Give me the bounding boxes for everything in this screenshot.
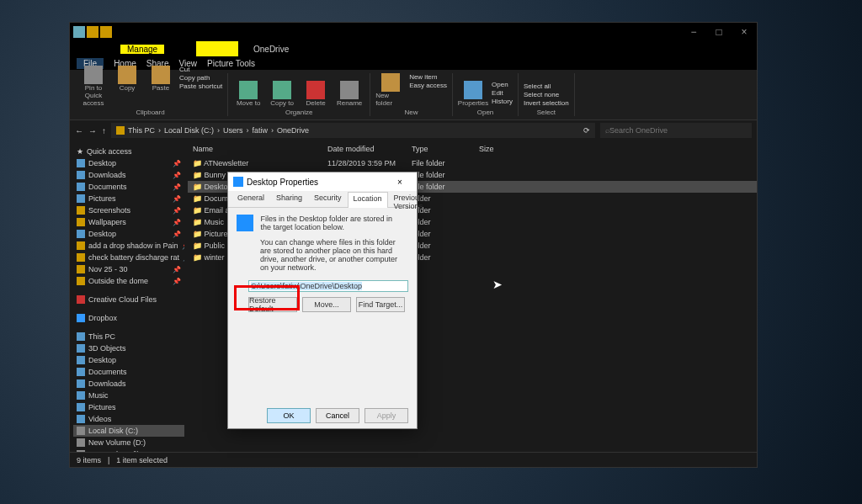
sidebar-item[interactable]: Screenshots📌 (73, 204, 184, 216)
history-button[interactable]: History (492, 98, 513, 105)
cancel-button[interactable]: Cancel (316, 408, 359, 423)
sidebar-item[interactable]: Pictures (73, 401, 184, 413)
easy-access-button[interactable]: Easy access (409, 82, 447, 89)
paste-button[interactable]: Paste (146, 66, 176, 107)
folder-icon (100, 26, 112, 38)
invert-selection-button[interactable]: Invert selection (524, 99, 569, 107)
sidebar-item[interactable]: Nov 25 - 30📌 (73, 263, 184, 275)
move-to-button[interactable]: Move to (233, 81, 263, 107)
folder-icon (233, 177, 243, 187)
paste-shortcut-button[interactable]: Paste shortcut (179, 82, 222, 90)
apply-button[interactable]: Apply (364, 408, 408, 423)
status-selected: 1 item selected (116, 456, 168, 464)
delete-button[interactable]: Delete (301, 81, 331, 107)
dialog-tab[interactable]: General (231, 191, 270, 207)
sidebar-item[interactable]: Documents (73, 366, 184, 378)
folder-icon (116, 126, 125, 135)
properties-button[interactable]: Properties (458, 81, 488, 107)
sidebar: ★Quick access Desktop📌Downloads📌Document… (70, 141, 188, 452)
minimize-button[interactable]: − (681, 23, 706, 41)
sidebar-quick-access[interactable]: ★Quick access (73, 146, 184, 157)
col-type[interactable]: Type (407, 145, 474, 153)
move-button[interactable]: Move... (302, 297, 351, 312)
sidebar-dropbox[interactable]: Dropbox (73, 312, 184, 324)
sidebar-item[interactable]: Documents📌 (73, 181, 184, 193)
cut-button[interactable]: Cut (179, 66, 222, 73)
dialog-titlebar: Desktop Properties × (228, 172, 417, 191)
select-all-button[interactable]: Select all (524, 82, 569, 90)
dialog-tab[interactable]: Security (308, 191, 348, 207)
sidebar-creative-cloud[interactable]: Creative Cloud Files (73, 294, 184, 305)
bc-fatiw[interactable]: fatiw (253, 126, 269, 135)
quick-access-toolbar (70, 26, 115, 38)
status-items: 9 items (77, 456, 101, 464)
dialog-tab[interactable]: Location (348, 192, 388, 208)
group-new: New (405, 109, 418, 116)
refresh-icon[interactable]: ⟳ (583, 126, 590, 135)
bc-users[interactable]: Users (223, 126, 243, 135)
sidebar-item[interactable]: check battery discharge rat📌 (73, 252, 184, 263)
dialog-para: You can change where files in this folde… (260, 238, 403, 272)
group-open: Open (477, 109, 494, 116)
dialog-body: Files in the Desktop folder are stored i… (228, 208, 417, 319)
address-bar[interactable]: This PC› Local Disk (C:)› Users› fatiw› … (111, 123, 595, 138)
copy-button[interactable]: Copy (112, 66, 142, 107)
sidebar-item[interactable]: add a drop shadow in Pain📌 (73, 240, 184, 252)
maximize-button[interactable]: □ (706, 23, 732, 41)
sidebar-new-volume[interactable]: New Volume (D:) (73, 437, 184, 448)
sidebar-item[interactable]: Desktop (73, 354, 184, 366)
dialog-tab[interactable]: Sharing (270, 191, 308, 207)
sidebar-item[interactable]: Videos (73, 413, 184, 425)
edit-button[interactable]: Edit (492, 89, 513, 97)
select-none-button[interactable]: Select none (524, 91, 569, 98)
status-bar: 9 items | 1 item selected (70, 452, 757, 467)
cursor-icon: ➤ (492, 278, 503, 291)
forward-button[interactable]: → (88, 126, 97, 135)
search-placeholder: Search OneDrive (609, 126, 668, 135)
col-date[interactable]: Date modified (322, 145, 407, 153)
copy-to-button[interactable]: Copy to (267, 81, 297, 107)
sidebar-item[interactable]: Downloads📌 (73, 169, 184, 181)
tab-manage[interactable]: Manage (120, 45, 164, 54)
sidebar-item[interactable]: Desktop📌 (73, 228, 184, 240)
pin-button[interactable]: Pin to Quick access (78, 66, 109, 107)
tab-onedrive[interactable]: OneDrive (247, 45, 295, 54)
sidebar-item[interactable]: Pictures📌 (73, 193, 184, 204)
sidebar-item[interactable]: Wallpapers📌 (73, 216, 184, 228)
restore-default-button[interactable]: Restore Default (248, 297, 297, 312)
folder-icon (87, 26, 98, 38)
ok-button[interactable]: OK (267, 408, 311, 423)
new-folder-button[interactable]: New folder (375, 73, 406, 107)
dialog-tab[interactable]: Previous Versions (388, 191, 429, 207)
bc-this-pc[interactable]: This PC (128, 126, 155, 135)
sidebar-local-disk[interactable]: Local Disk (C:) (73, 425, 184, 437)
ribbon: Pin to Quick access Copy Paste Cut Copy … (70, 70, 757, 120)
sidebar-item[interactable]: Outside the dome📌 (73, 275, 184, 287)
group-clipboard: Clipboard (136, 109, 164, 116)
copy-path-button[interactable]: Copy path (179, 74, 222, 82)
bc-onedrive[interactable]: OneDrive (277, 126, 309, 135)
open-dd-button[interactable]: Open (492, 81, 513, 88)
new-item-button[interactable]: New item (409, 73, 447, 81)
sidebar-item[interactable]: Desktop📌 (73, 157, 184, 169)
path-input[interactable]: C:\Users\fatiw\OneDrive\Desktop (248, 280, 408, 292)
back-button[interactable]: ← (75, 126, 83, 135)
properties-dialog: Desktop Properties × GeneralSharingSecur… (227, 172, 418, 429)
find-target-button[interactable]: Find Target... (356, 297, 405, 312)
table-row[interactable]: 📁 ATNewsletter11/28/2019 3:59 PMFile fol… (188, 157, 757, 169)
sidebar-item[interactable]: Music (73, 390, 184, 401)
dialog-close-button[interactable]: × (388, 173, 412, 190)
titlebar: − □ × (70, 23, 757, 41)
col-name[interactable]: Name (188, 145, 322, 153)
sidebar-item[interactable]: 3D Objects (73, 342, 184, 354)
rename-button[interactable]: Rename (334, 81, 364, 107)
search-input[interactable]: ⌕ Search OneDrive (600, 123, 752, 138)
bc-local-disk[interactable]: Local Disk (C:) (164, 126, 214, 135)
col-size[interactable]: Size (474, 145, 524, 153)
sidebar-this-pc[interactable]: This PC (73, 331, 184, 342)
breadcrumb-bar: ← → ↑ This PC› Local Disk (C:)› Users› f… (70, 120, 757, 141)
sidebar-item[interactable]: Downloads (73, 378, 184, 390)
up-button[interactable]: ↑ (102, 126, 106, 135)
dialog-tabs: GeneralSharingSecurityLocationPrevious V… (228, 191, 417, 208)
close-button[interactable]: × (732, 23, 757, 41)
